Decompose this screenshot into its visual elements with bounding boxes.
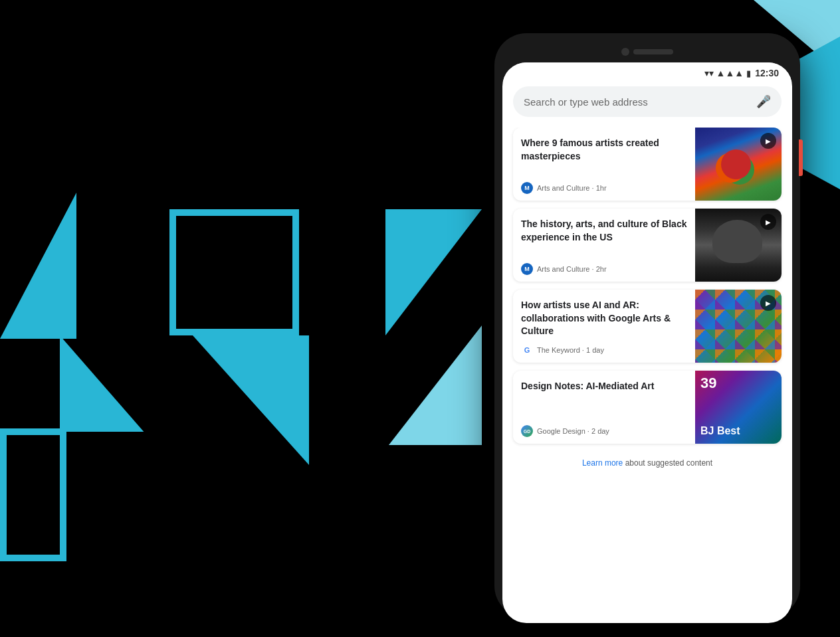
news-card-2[interactable]: The history, arts, and culture of Black … [513, 209, 782, 282]
news-card-4-title: Design Notes: AI-Mediated Art [521, 380, 687, 393]
play-button-2[interactable]: ▶ [760, 214, 776, 230]
news-card-3-title: How artists use AI and AR: collaboration… [521, 299, 687, 338]
mic-icon[interactable]: 🎤 [756, 94, 771, 109]
news-card-2-title: The history, arts, and culture of Black … [521, 218, 687, 244]
news-card-3[interactable]: How artists use AI and AR: collaboration… [513, 290, 782, 363]
news-card-3-content: How artists use AI and AR: collaboration… [513, 290, 695, 363]
battery-icon: ▮ [746, 68, 751, 78]
phone-notch [502, 41, 792, 62]
news-card-3-source: The Keyword · 1 day [537, 346, 604, 354]
signal-icon: ▲▲▲ [716, 68, 744, 78]
news-feed: Where 9 famous artists created masterpie… [502, 128, 792, 452]
footer-suffix: about suggested content [623, 458, 712, 468]
news-card-3-source-icon: G [521, 344, 533, 356]
badge-number: 39 [700, 376, 716, 391]
news-card-3-meta: G The Keyword · 1 day [521, 344, 687, 356]
news-card-4-image: 39 BJ Best [695, 371, 782, 444]
news-card-2-source-icon: M [521, 263, 533, 275]
news-card-1-title: Where 9 famous artists created masterpie… [521, 137, 687, 163]
news-card-4-source: Google Design · 2 day [537, 427, 609, 435]
status-icons: ▾▾ ▲▲▲ ▮ [704, 68, 752, 78]
play-button-1[interactable]: ▶ [760, 133, 776, 149]
phone-wrapper: ▾▾ ▲▲▲ ▮ 12:30 Search or type web addres… [494, 33, 800, 618]
wifi-icon: ▾▾ [704, 68, 714, 78]
news-card-4-content: Design Notes: AI-Mediated Art GD Google … [513, 371, 695, 444]
news-card-1-content: Where 9 famous artists created masterpie… [513, 128, 695, 201]
news-card-1-image: ▶ [695, 128, 782, 201]
shape-black-bottom [60, 432, 176, 558]
news-card-1[interactable]: Where 9 famous artists created masterpie… [513, 128, 782, 201]
news-card-1-meta: M Arts and Culture · 1hr [521, 182, 687, 194]
news-card-4-meta: GD Google Design · 2 day [521, 425, 687, 437]
news-card-3-image: ▶ [695, 290, 782, 363]
news-card-1-source: Arts and Culture · 1hr [537, 184, 607, 192]
shape-cyan-center [193, 335, 309, 465]
news-card-4-source-icon: GD [521, 425, 533, 437]
phone-side-button [799, 139, 803, 176]
shape-black-inside-outline [7, 435, 60, 555]
phone-screen: ▾▾ ▲▲▲ ▮ 12:30 Search or type web addres… [502, 62, 792, 623]
phone-device: ▾▾ ▲▲▲ ▮ 12:30 Search or type web addres… [494, 33, 800, 618]
news-card-2-image: ▶ [695, 209, 782, 282]
status-bar: ▾▾ ▲▲▲ ▮ 12:30 [502, 62, 792, 81]
news-card-2-meta: M Arts and Culture · 2hr [521, 263, 687, 275]
learn-more-link[interactable]: Learn more [582, 458, 623, 468]
bg-shapes [0, 0, 485, 637]
shape-black-inner [176, 216, 292, 329]
shape-cyan-left-triangle [0, 193, 76, 339]
news-card-1-source-icon: M [521, 182, 533, 194]
news-card-2-content: The history, arts, and culture of Black … [513, 209, 695, 282]
phone-camera [621, 48, 629, 56]
phone-speaker [633, 49, 673, 54]
badge-label: BJ Best [700, 425, 740, 437]
play-button-3[interactable]: ▶ [760, 295, 776, 311]
design-notes-image: 39 BJ Best [695, 371, 782, 444]
status-time: 12:30 [755, 68, 779, 78]
shape-cyan-top-right [385, 209, 482, 335]
search-text: Search or type web address [524, 96, 756, 108]
feed-footer: Learn more about suggested content [502, 452, 792, 478]
news-card-2-source: Arts and Culture · 2hr [537, 265, 607, 273]
news-card-4[interactable]: Design Notes: AI-Mediated Art GD Google … [513, 371, 782, 444]
search-bar[interactable]: Search or type web address 🎤 [513, 86, 782, 117]
shape-cyan-right-bottom [389, 325, 482, 445]
